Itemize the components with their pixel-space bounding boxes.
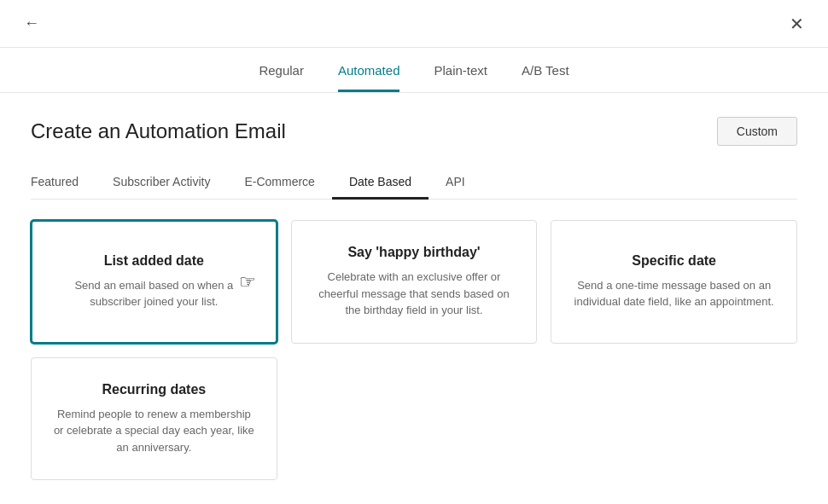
card-specific-date[interactable]: Specific date Send a one-time message ba…: [551, 220, 797, 344]
subtab-featured[interactable]: Featured: [31, 166, 96, 200]
card-recurring-dates[interactable]: Recurring dates Remind people to renew a…: [31, 357, 277, 481]
top-bar: ← ✕: [0, 0, 828, 48]
sub-tabs: Featured Subscriber Activity E-Commerce …: [31, 166, 797, 200]
card-happy-birthday-desc: Celebrate with an exclusive offer or che…: [312, 269, 516, 319]
page-header: Create an Automation Email Custom: [31, 117, 797, 146]
card-happy-birthday-title: Say 'happy birthday': [347, 245, 480, 260]
main-content: Create an Automation Email Custom Featur…: [0, 93, 828, 501]
tab-ab-test[interactable]: A/B Test: [522, 63, 569, 92]
card-recurring-dates-desc: Remind people to renew a membership or c…: [52, 406, 256, 456]
subtab-ecommerce[interactable]: E-Commerce: [227, 166, 331, 200]
tab-automated[interactable]: Automated: [338, 63, 400, 92]
custom-button[interactable]: Custom: [717, 117, 797, 146]
subtab-date-based[interactable]: Date Based: [332, 166, 429, 200]
card-specific-date-title: Specific date: [632, 253, 716, 269]
cards-grid-bottom: Recurring dates Remind people to renew a…: [31, 357, 797, 481]
cards-grid-top: List added date Send an email based on w…: [31, 220, 797, 344]
card-happy-birthday[interactable]: Say 'happy birthday' Celebrate with an e…: [291, 220, 538, 344]
tab-regular[interactable]: Regular: [259, 63, 304, 92]
card-list-added-date-desc: Send an email based on when a subscriber…: [53, 277, 255, 310]
page-title: Create an Automation Email: [31, 119, 286, 143]
card-recurring-dates-title: Recurring dates: [102, 382, 206, 397]
card-list-added-date[interactable]: List added date Send an email based on w…: [31, 220, 277, 344]
main-tabs: Regular Automated Plain-text A/B Test: [0, 48, 828, 93]
back-button[interactable]: ←: [17, 11, 46, 36]
subtab-subscriber-activity[interactable]: Subscriber Activity: [96, 166, 227, 200]
card-specific-date-desc: Send a one-time message based on an indi…: [572, 277, 776, 310]
close-button[interactable]: ✕: [783, 10, 811, 38]
card-list-added-date-title: List added date: [104, 253, 204, 269]
tab-plain-text[interactable]: Plain-text: [434, 63, 487, 92]
subtab-api[interactable]: API: [429, 166, 482, 200]
